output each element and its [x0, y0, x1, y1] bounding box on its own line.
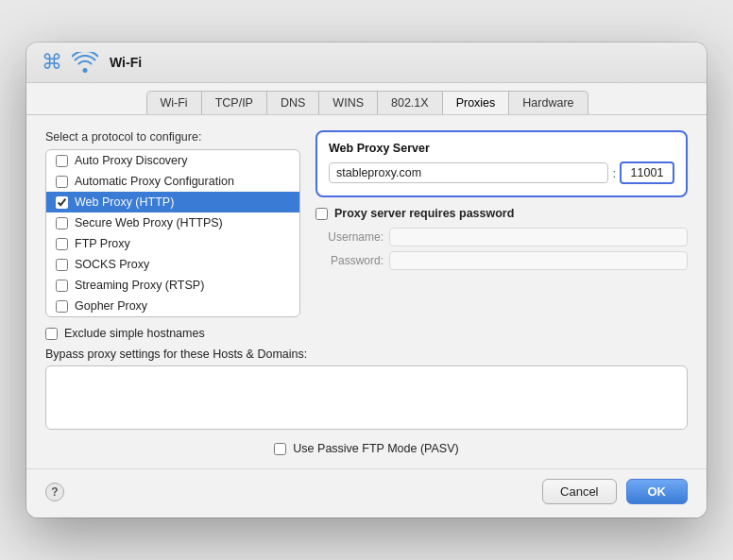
cancel-button[interactable]: Cancel: [542, 479, 616, 504]
username-input[interactable]: [389, 228, 688, 246]
checkbox-web-proxy[interactable]: [56, 196, 68, 209]
checkbox-auto-config[interactable]: [56, 176, 68, 188]
tab-dns[interactable]: DNS: [266, 91, 319, 114]
tab-wins[interactable]: WINS: [318, 91, 378, 114]
protocol-label-socks-proxy: SOCKS Proxy: [75, 258, 149, 271]
protocol-item-socks-proxy[interactable]: SOCKS Proxy: [46, 254, 299, 275]
protocol-label-web-proxy: Web Proxy (HTTP): [75, 195, 174, 209]
protocol-item-auto-discovery[interactable]: Auto Proxy Discovery: [46, 150, 299, 171]
exclude-row: Exclude simple hostnames: [45, 327, 688, 340]
protocol-item-ftp-proxy[interactable]: FTP Proxy: [46, 233, 299, 254]
credentials-section: Username: Password:: [315, 228, 688, 270]
checkbox-streaming-proxy[interactable]: [56, 280, 68, 292]
protocol-item-web-proxy[interactable]: Web Proxy (HTTP): [46, 192, 299, 212]
password-checkbox-label: Proxy server requires password: [334, 207, 514, 220]
tab-8021x[interactable]: 802.1X: [377, 91, 443, 114]
protocol-item-gopher-proxy[interactable]: Gopher Proxy: [46, 296, 299, 316]
checkbox-auto-discovery[interactable]: [56, 155, 68, 167]
checkbox-socks-proxy[interactable]: [56, 259, 68, 271]
left-panel: Select a protocol to configure: Auto Pro…: [45, 130, 300, 317]
tab-tcpip[interactable]: TCP/IP: [201, 91, 267, 114]
protocol-label-auto-discovery: Auto Proxy Discovery: [75, 154, 187, 167]
username-label: Username:: [319, 230, 384, 244]
username-row: Username:: [319, 228, 688, 246]
server-host-input[interactable]: [329, 162, 608, 183]
checkbox-secure-web-proxy[interactable]: [56, 217, 68, 229]
checkbox-exclude-hostnames[interactable]: [45, 328, 58, 340]
tab-wifi[interactable]: Wi-Fi: [146, 91, 202, 114]
window-title: Wi-Fi: [110, 55, 142, 70]
footer-buttons: Cancel OK: [542, 479, 688, 504]
checkbox-requires-password[interactable]: [315, 208, 328, 220]
footer: ? Cancel OK: [26, 468, 707, 518]
preferences-window: ⌘ Wi-Fi Wi-Fi TCP/IP DNS WINS 802.1X Pro…: [26, 42, 707, 518]
protocol-item-auto-config[interactable]: Automatic Proxy Configuration: [46, 171, 299, 192]
tab-bar: Wi-Fi TCP/IP DNS WINS 802.1X Proxies Har…: [26, 83, 707, 115]
server-box-title: Web Proxy Server: [329, 142, 674, 155]
protocol-item-secure-web-proxy[interactable]: Secure Web Proxy (HTTPS): [46, 212, 299, 233]
exclude-label: Exclude simple hostnames: [64, 327, 205, 340]
passive-row: Use Passive FTP Mode (PASV): [45, 442, 688, 455]
server-box: Web Proxy Server :: [315, 130, 688, 197]
bottom-section: Exclude simple hostnames Bypass proxy se…: [45, 327, 688, 455]
bypass-textarea[interactable]: [45, 365, 688, 430]
server-inputs: :: [329, 161, 674, 184]
wifi-icon: ⌘: [42, 52, 62, 73]
tab-hardware[interactable]: Hardware: [508, 91, 588, 114]
password-field-row: Password:: [319, 251, 688, 270]
password-field-label: Password:: [319, 254, 384, 267]
main-row: Select a protocol to configure: Auto Pro…: [45, 130, 688, 317]
passive-label: Use Passive FTP Mode (PASV): [293, 442, 458, 455]
wifi-symbol-icon: [72, 52, 98, 73]
tab-proxies[interactable]: Proxies: [442, 91, 510, 114]
password-row: Proxy server requires password: [315, 207, 688, 220]
colon-separator: :: [612, 166, 616, 180]
bypass-label: Bypass proxy settings for these Hosts & …: [45, 348, 688, 361]
server-port-input[interactable]: [620, 161, 674, 184]
protocol-list: Auto Proxy Discovery Automatic Proxy Con…: [45, 149, 300, 317]
protocol-item-streaming-proxy[interactable]: Streaming Proxy (RTSP): [46, 275, 299, 296]
protocol-label-gopher-proxy: Gopher Proxy: [75, 299, 147, 313]
protocol-label-ftp-proxy: FTP Proxy: [75, 237, 130, 250]
protocol-panel-label: Select a protocol to configure:: [45, 130, 300, 144]
checkbox-gopher-proxy[interactable]: [56, 300, 68, 313]
right-panel: Web Proxy Server : Proxy server requires…: [315, 130, 688, 317]
checkbox-passive-ftp[interactable]: [274, 443, 286, 455]
protocol-label-auto-config: Automatic Proxy Configuration: [75, 175, 234, 188]
protocol-label-streaming-proxy: Streaming Proxy (RTSP): [75, 279, 204, 292]
ok-button[interactable]: OK: [626, 479, 689, 504]
content-area: Select a protocol to configure: Auto Pro…: [26, 115, 707, 468]
password-input[interactable]: [389, 251, 688, 270]
help-button[interactable]: ?: [45, 483, 64, 501]
protocol-label-secure-web-proxy: Secure Web Proxy (HTTPS): [75, 216, 223, 229]
checkbox-ftp-proxy[interactable]: [56, 238, 68, 250]
title-bar: ⌘ Wi-Fi: [26, 42, 707, 83]
